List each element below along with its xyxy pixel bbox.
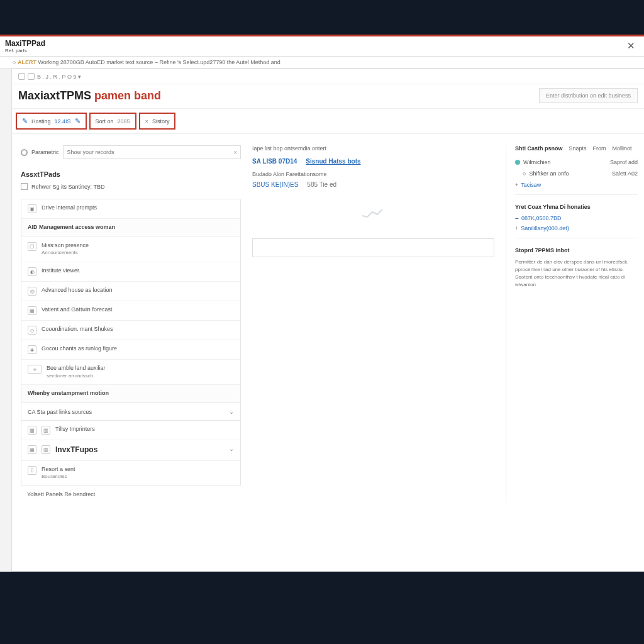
right-paragraph: Permitter de dan ciev derspee dans unl m… [515, 258, 638, 289]
search-input[interactable] [63, 145, 241, 159]
right-tab[interactable]: Mollinot [613, 145, 632, 152]
right-tabs: Shti Casth psnow Snapts From Mollinot [515, 145, 638, 152]
sparkline-icon [361, 207, 386, 219]
search-row: Parametric × [21, 145, 241, 159]
notice-bar: ○ ALERT Working 28700GB AutoED market te… [0, 57, 644, 69]
nav-item[interactable]: ◎ Advanced house as location [21, 282, 240, 301]
complex-icon: ⎆ [28, 365, 42, 374]
mid-sub: Budado Alon Farettationsome [252, 171, 494, 177]
nav-item[interactable]: ◇ Cooordination. mant Shukes [21, 321, 240, 340]
nav-item[interactable]: ◈ Gocou chants as runlog figure [21, 340, 240, 360]
right-section-title: Stoprd 7PPMS Inbot [515, 247, 638, 253]
mid-link-2[interactable]: Sisnud Hatss bots [306, 158, 360, 165]
divider [515, 238, 638, 238]
notice-icon: ○ [13, 59, 18, 65]
right-tab[interactable]: From [593, 145, 606, 152]
chevron-down-icon: ⌄ [229, 408, 234, 415]
page-header: MaxiaxtTPMS pamen band Enter distributio… [12, 84, 644, 109]
right-row: ○ Shiftker an onfo Salett A02 [515, 170, 638, 177]
page-title: MaxiaxtTPMS pamen band [18, 89, 161, 103]
window-subtitle: Ref. parts [5, 48, 45, 53]
middle-column: Iape list bop ontsemdia ontert SA LISB 0… [252, 145, 494, 502]
location-icon: ◎ [28, 287, 36, 296]
status-dot-icon [515, 160, 520, 165]
radio-label: Parametric [31, 149, 59, 155]
divider [515, 194, 638, 195]
right-section-title: Yret Coax Yhma Di honaties [515, 204, 638, 210]
app-frame: MaxiTPPad Ref. parts ✕ ○ ALERT Working 2… [0, 35, 644, 572]
tab-link-value: 12.4IS [55, 118, 71, 125]
table-icon: ▥ [42, 426, 50, 435]
right-tab[interactable]: Snapts [569, 145, 587, 152]
log-icon: ◈ [28, 345, 36, 354]
check-row: Rehwer Sg its Santiney: TBD [21, 183, 241, 190]
nav-item[interactable]: ▯ Resort a sent Bourandies [21, 461, 240, 486]
breadcrumb: B . J . R . P O 9 ▾ [12, 69, 644, 84]
expander-sources[interactable]: CA Sta past links sources ⌄ [21, 402, 241, 421]
forecast-icon: ▦ [28, 306, 36, 315]
check-label: Rehwer Sg its Santiney: TBD [31, 184, 104, 190]
coord-icon: ◇ [28, 326, 36, 335]
crumb-home-icon[interactable] [18, 73, 25, 80]
nav-item-bold[interactable]: ▦ ▥ InvxTFupos ⌄ [21, 440, 240, 461]
table-icon: ▥ [42, 445, 50, 454]
right-tab[interactable]: Shti Casth psnow [515, 145, 563, 152]
nav-subhead: AID Management access woman [21, 219, 240, 237]
content-grid: Parametric × AssxtTPads Rehwer Sg its Sa… [12, 134, 644, 514]
radio-parametric[interactable] [21, 149, 28, 156]
workspace: B . J . R . P O 9 ▾ MaxiaxtTPMS pamen ba… [0, 69, 644, 572]
nav-item[interactable]: ▢ Miss:son presence Announcements [21, 237, 240, 262]
close-button[interactable]: ✕ [623, 39, 639, 53]
crumb-icon[interactable] [28, 73, 35, 80]
edit-icon: ✎ [75, 117, 80, 125]
right-add-link[interactable]: + Tacisaw [515, 182, 638, 188]
tab-hosting[interactable]: ✎ Hosting 12.4IS ✎ [16, 113, 87, 130]
right-add-link[interactable]: + Sanilillany(000.det) [515, 225, 638, 231]
grid-icon: ▦ [28, 445, 36, 454]
tab-sort[interactable]: Sort on 2085 [89, 113, 136, 130]
header-action-button[interactable]: Enter distribution on edit business [539, 88, 638, 103]
right-row: Wilmichien Saprof add [515, 159, 638, 165]
mid-input-field[interactable] [252, 238, 494, 257]
nav-subhead: Whenby unstampment motion [21, 385, 240, 402]
doc-icon: ▢ [28, 242, 36, 251]
outer-dark-bottom [0, 572, 644, 607]
notice-warn: ALERT [18, 59, 36, 65]
outer-dark-top [0, 0, 644, 35]
mid-links: SA LISB 07D14 Sisnud Hatss bots [252, 158, 494, 165]
nav-panel: ▣ Drive internal prompts AID Management … [21, 199, 241, 403]
view-icon: ◐ [28, 267, 36, 276]
checkbox[interactable] [21, 183, 28, 190]
nav-panel-2: ▦ ▥ Tillsy Imprinters ▦ ▥ InvxTFupos ⌄ ▯ [21, 420, 241, 486]
grid-icon: ▦ [28, 426, 36, 435]
module-icon: ▣ [28, 204, 36, 213]
nav-item[interactable]: ▣ Drive internal prompts [21, 199, 240, 219]
right-column: Shti Casth psnow Snapts From Mollinot Wi… [506, 145, 638, 502]
chevron-down-icon: ⌄ [229, 445, 234, 452]
right-item[interactable]: ‒ 087K,0500.7BD [515, 215, 638, 221]
left-column: Parametric × AssxtTPads Rehwer Sg its Sa… [21, 145, 241, 502]
title-bar: MaxiTPPad Ref. parts ✕ [0, 36, 644, 57]
tab-strip: ✎ Hosting 12.4IS ✎ Sort on 2085 × Sistor… [12, 109, 644, 134]
mid-sub2-link[interactable]: SBUS KE(IN)ES [252, 181, 298, 188]
plus-icon: + [515, 225, 518, 231]
nav-item[interactable]: ⎆ Bee amble land auxiliar sectioner arro… [21, 360, 240, 385]
dash-icon: ‒ [515, 215, 519, 221]
notice-text: Working 28700GB AutoED market text sourc… [38, 59, 280, 65]
left-section-title: AssxtTPads [21, 170, 241, 178]
mid-link-1[interactable]: SA LISB 07D14 [252, 158, 297, 165]
nav-item[interactable]: ◐ Institute viewer. [21, 262, 240, 282]
footer-link[interactable]: Yolsett Panels Re bendrect [21, 486, 241, 502]
nav-item[interactable]: ▦ ▥ Tillsy Imprinters [21, 421, 240, 440]
nav-item[interactable]: ▦ Vatient and Gattwin forecast [21, 301, 240, 321]
mid-heading: Iape list bop ontsemdia ontert [252, 145, 494, 152]
document-surface: B . J . R . P O 9 ▾ MaxiaxtTPMS pamen ba… [11, 69, 644, 572]
tab-history[interactable]: × Sistory [139, 113, 176, 130]
plus-icon: + [515, 182, 518, 188]
window-title: MaxiTPPad [5, 39, 45, 48]
edit-icon: ✎ [22, 117, 28, 125]
mid-sub2: SBUS KE(IN)ES 585 Tie ed [252, 181, 494, 188]
doc-icon: ▯ [28, 466, 36, 475]
crumb-path[interactable]: B . J . R . P O 9 ▾ [37, 74, 81, 80]
clear-icon[interactable]: × [233, 149, 237, 156]
